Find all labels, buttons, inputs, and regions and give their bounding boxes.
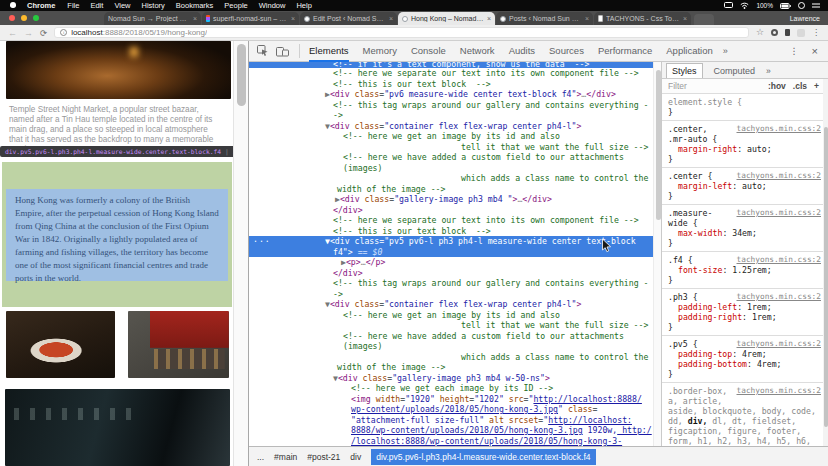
new-style-rule-button[interactable]: +: [814, 81, 819, 91]
apple-icon[interactable]: [10, 2, 17, 9]
page-info-icon[interactable]: i: [60, 29, 67, 36]
css-selector-line[interactable]: tachyons.min.css:2.border-box,: [668, 386, 821, 396]
code-line[interactable]: tell it that we want the full size -->: [249, 142, 653, 153]
css-property[interactable]: padding-bottom: 4rem;: [668, 359, 821, 369]
code-line[interactable]: ▼<div class="container flex flex-wrap ce…: [249, 121, 653, 132]
menu-item-help[interactable]: Help: [296, 1, 311, 10]
tab-close-icon[interactable]: ×: [193, 16, 197, 22]
css-property[interactable]: margin-right: auto;: [668, 144, 821, 154]
devtools-tab-network[interactable]: Network: [460, 41, 495, 62]
code-line[interactable]: <!-- here we have added a custom field t…: [249, 152, 653, 163]
devtools-tab-console[interactable]: Console: [411, 41, 446, 62]
code-line[interactable]: (images): [249, 163, 653, 174]
breadcrumb-item[interactable]: #post-21: [307, 452, 340, 462]
styles-filter-input[interactable]: Filter: [668, 81, 687, 91]
devtools-more-tabs-icon[interactable]: »: [723, 46, 728, 56]
forward-button[interactable]: →: [24, 28, 33, 38]
code-line[interactable]: <!-- here we separate our text into its …: [249, 68, 653, 79]
devtools-tab-audits[interactable]: Audits: [509, 41, 535, 62]
css-selector-line[interactable]: form, h1, h2, h3, h4, h5, h6,: [668, 436, 821, 446]
stylesheet-link[interactable]: tachyons.min.css:2: [737, 124, 822, 134]
code-line[interactable]: width of the image -->: [249, 362, 653, 373]
toggle-classes[interactable]: .cls: [793, 81, 807, 91]
code-line[interactable]: <!-- this tag wraps around our gallery a…: [249, 278, 653, 289]
css-selector-line[interactable]: dd, div, dl, dt, fieldset,: [668, 416, 821, 426]
menu-item-view[interactable]: View: [114, 1, 130, 10]
code-line[interactable]: ▶<div class="gallery-image ph3 mb4 ">…</…: [249, 194, 653, 205]
css-selector-line[interactable]: figcaption, figure, footer,: [668, 426, 821, 436]
code-line[interactable]: <!-- this is our text block -->: [249, 226, 653, 237]
clock-icon[interactable]: [798, 2, 805, 9]
inspect-element-icon[interactable]: [257, 45, 269, 57]
back-button[interactable]: ←: [8, 28, 17, 38]
code-line[interactable]: (images): [249, 341, 653, 352]
css-selector-line[interactable]: tachyons.min.css:2.f4 {: [668, 255, 821, 265]
css-selector-line[interactable]: tachyons.min.css:2.pv5 {: [668, 339, 821, 349]
devtools-tab-memory[interactable]: Memory: [363, 41, 397, 62]
toggle-hover-state[interactable]: :hov: [768, 81, 786, 91]
code-line[interactable]: /localhost:8888/wp-content/uploads/2018/…: [249, 436, 653, 447]
close-window-button[interactable]: [9, 15, 15, 21]
code-line[interactable]: ▼<div class="gallery-image ph3 mb4 w-50-…: [249, 373, 653, 384]
code-line[interactable]: "attachment-full size-full" alt srcset="…: [249, 415, 653, 426]
elements-scrollbar-thumb[interactable]: [656, 70, 661, 220]
stylesheet-link[interactable]: tachyons.min.css:2: [737, 208, 822, 218]
menu-item-file[interactable]: File: [67, 1, 79, 10]
display-icon[interactable]: [724, 2, 733, 9]
selected-line-menu-icon[interactable]: ...: [253, 234, 271, 245]
extension-icon-2[interactable]: [785, 29, 790, 36]
code-line[interactable]: which adds a class name to control the: [249, 173, 653, 184]
css-selector-line[interactable]: tachyons.min.css:2.measure-: [668, 208, 821, 218]
css-selector-line[interactable]: element.style {: [668, 97, 821, 107]
code-line[interactable]: 8888/wp-content/uploads/2018/05/hong-kon…: [249, 425, 653, 436]
code-line[interactable]: <!-- here we separate our text into its …: [249, 215, 653, 226]
extension-icon-1[interactable]: [771, 29, 778, 36]
code-line[interactable]: f4"> == $0: [249, 247, 653, 258]
url-field[interactable]: i localhost:8888/2018/05/19/hong-kong/: [54, 27, 749, 38]
css-selector-line[interactable]: tachyons.min.css:2.center {: [668, 171, 821, 181]
stylesheet-link[interactable]: tachyons.min.css:2: [737, 171, 822, 181]
zoom-window-button[interactable]: [33, 15, 39, 21]
browser-menu-icon[interactable]: ⋮: [812, 29, 820, 37]
code-line[interactable]: <!-- here we get an image by its id and …: [249, 310, 653, 321]
css-selector-line[interactable]: wide {: [668, 218, 821, 228]
browser-tab[interactable]: TACHYONS - Css Toolkit×: [594, 12, 691, 25]
css-selector-line[interactable]: aside, blockquote, body, code,: [668, 406, 821, 416]
breadcrumb-item[interactable]: div: [350, 452, 361, 462]
code-line[interactable]: width of the image -->: [249, 184, 653, 195]
code-line[interactable]: ▶<p>…</p>: [249, 257, 653, 268]
code-line[interactable]: ▼<div class="container flex flex-wrap ce…: [249, 299, 653, 310]
breadcrumb-item[interactable]: ...: [257, 452, 264, 462]
wifi-icon[interactable]: [740, 2, 749, 9]
menu-app-name[interactable]: Chrome: [27, 1, 55, 10]
browser-tab[interactable]: Posts ‹ Nomad Sun — WordP×: [496, 12, 593, 25]
code-line[interactable]: ->: [249, 110, 653, 121]
minimize-window-button[interactable]: [21, 15, 27, 21]
battery-icon[interactable]: [780, 3, 791, 9]
css-selector-line[interactable]: tachyons.min.css:2.center,: [668, 124, 821, 134]
code-line[interactable]: <!-- here we get each image by its ID --…: [249, 383, 653, 394]
css-property[interactable]: padding-left: 1rem;: [668, 302, 821, 312]
css-property[interactable]: margin-left: auto;: [668, 181, 821, 191]
tab-close-icon[interactable]: ×: [291, 16, 295, 22]
code-line[interactable]: <!-- here we have added a custom field t…: [249, 331, 653, 342]
css-property[interactable]: padding-top: 4rem;: [668, 349, 821, 359]
browser-tab[interactable]: superfi-nomad-sun – Figma×: [202, 12, 299, 25]
code-line[interactable]: <!-- this is our text block -->: [249, 79, 653, 90]
devtools-tab-performance[interactable]: Performance: [598, 41, 652, 62]
bookmark-star-icon[interactable]: ☆: [756, 28, 764, 37]
css-property[interactable]: font-size: 1.25rem;: [668, 265, 821, 275]
code-line[interactable]: <!-- here we get an image by its id and …: [249, 131, 653, 142]
reload-button[interactable]: ⟳: [40, 28, 47, 38]
notification-center-icon[interactable]: [812, 3, 820, 9]
devtools-tab-sources[interactable]: Sources: [549, 41, 584, 62]
menu-item-bookmarks[interactable]: Bookmarks: [176, 1, 214, 10]
browser-tab[interactable]: Nomad Sun → Project Guide×: [104, 12, 201, 25]
breadcrumb-item[interactable]: #main: [274, 452, 297, 462]
browser-tab[interactable]: Hong Kong – Nomad Sun×: [398, 12, 495, 25]
tab-computed[interactable]: Computed: [709, 64, 761, 78]
code-line[interactable]: tell it that we want the full size -->: [249, 320, 653, 331]
code-line[interactable]: wp-content/uploads/2018/05/hong-kong-3.j…: [249, 404, 653, 415]
code-line[interactable]: </div>: [249, 268, 653, 279]
stylesheet-link[interactable]: tachyons.min.css:2: [737, 339, 822, 349]
